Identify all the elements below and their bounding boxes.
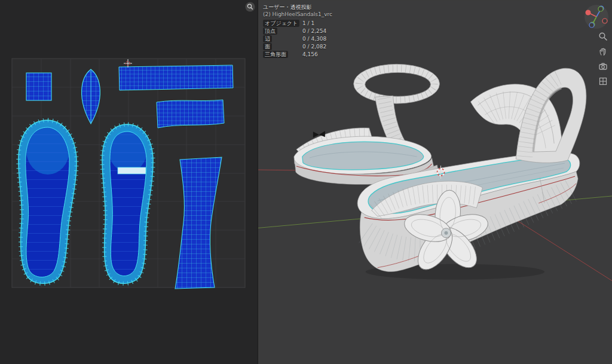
uv-island-wavy-strip[interactable] — [157, 100, 224, 128]
uv-editor-panel[interactable] — [0, 0, 258, 364]
axis-z-neg-ball[interactable] — [589, 23, 594, 27]
viewport-controls — [598, 32, 608, 86]
axis-y-neg-ball[interactable] — [598, 7, 603, 11]
uv-island-small-grid[interactable] — [26, 73, 51, 100]
3d-viewport-panel[interactable]: ユーザー・透視投影 (2) HighHeelSandals1_vrc オブジェク… — [258, 0, 612, 364]
uv-canvas[interactable] — [0, 0, 258, 364]
camera-view-icon[interactable] — [598, 62, 608, 71]
axis-x-ball[interactable] — [586, 10, 591, 16]
3d-scene[interactable] — [258, 0, 612, 364]
axis-x-neg-ball[interactable] — [602, 19, 607, 23]
blender-window: ユーザー・透視投影 (2) HighHeelSandals1_vrc オブジェク… — [0, 0, 612, 364]
magnifier-icon[interactable] — [245, 2, 255, 12]
zoom-icon[interactable] — [598, 32, 608, 41]
navigation-gizmo[interactable] — [583, 2, 610, 29]
uv-island-wide-strip[interactable] — [119, 65, 233, 90]
pan-hand-icon[interactable] — [598, 47, 608, 56]
toggle-ortho-grid-icon[interactable] — [598, 77, 608, 86]
